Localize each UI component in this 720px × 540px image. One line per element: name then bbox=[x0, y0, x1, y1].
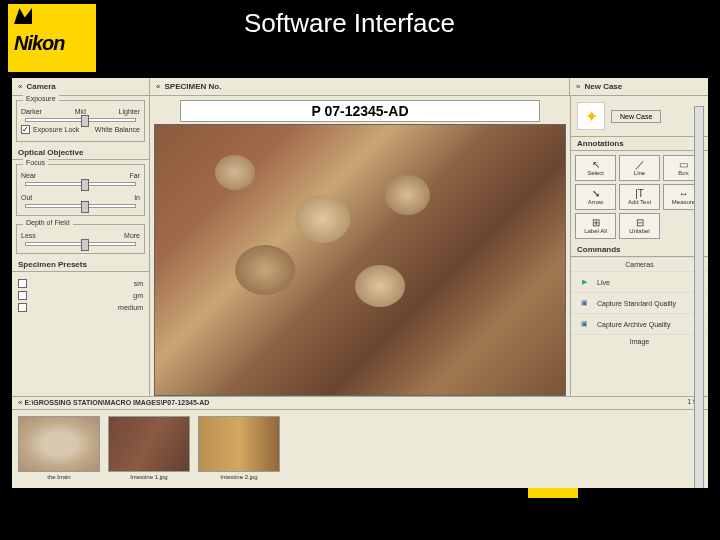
thumbnail-label: the brain bbox=[47, 474, 70, 480]
thumbnail-image bbox=[108, 416, 190, 472]
specimen-image-region bbox=[295, 195, 350, 243]
unlabel-tool-label: Unlabel bbox=[629, 228, 649, 234]
capture-archive-label: Capture Archive Quality bbox=[597, 321, 671, 328]
select-tool-label: Select bbox=[587, 170, 604, 176]
left-panel: Exposure Darker Mid Lighter Exposure Loc… bbox=[12, 96, 150, 396]
commands-header: Commands bbox=[571, 243, 708, 257]
labelall-tool[interactable]: ⊞Label All bbox=[575, 213, 616, 239]
optical-objective-header: Optical Objective bbox=[12, 146, 149, 160]
chevron-icon[interactable]: « bbox=[18, 398, 22, 407]
text-icon: |T bbox=[635, 189, 644, 199]
newcase-panel-label: New Case bbox=[584, 82, 622, 91]
dof-more-label: More bbox=[124, 232, 140, 239]
capture-std-label: Capture Standard Quality bbox=[597, 300, 676, 307]
cursor-icon: ↖ bbox=[592, 160, 600, 170]
zoom-in-label: In bbox=[134, 194, 140, 201]
preset-medium-label: medium bbox=[118, 304, 143, 311]
image-viewer[interactable] bbox=[154, 124, 566, 396]
select-tool[interactable]: ↖Select bbox=[575, 155, 616, 181]
vertical-scrollbar[interactable] bbox=[694, 106, 704, 494]
line-tool-label: Line bbox=[634, 170, 645, 176]
dof-less-label: Less bbox=[21, 232, 36, 239]
specimen-number-field[interactable]: P 07-12345-AD bbox=[180, 100, 540, 122]
thumbnail-image bbox=[18, 416, 100, 472]
folder-path: E:\GROSSING STATION\MACRO IMAGES\P07-123… bbox=[24, 399, 209, 406]
slide-footer bbox=[12, 488, 708, 498]
arrow-icon: ➘ bbox=[592, 189, 600, 199]
preset-gm-label: gm bbox=[133, 292, 143, 299]
nikon-logo: Nikon bbox=[8, 4, 96, 72]
arrow-tool[interactable]: ➘Arrow bbox=[575, 184, 616, 210]
live-label: Live bbox=[597, 279, 610, 286]
logo-brand-text: Nikon bbox=[14, 32, 65, 55]
new-case-button[interactable]: New Case bbox=[611, 110, 661, 123]
thumbnail-item[interactable]: Intestine 1.jpg bbox=[108, 416, 190, 482]
addtext-tool-label: Add Text bbox=[628, 199, 651, 205]
camera-panel-label: Camera bbox=[26, 82, 55, 91]
ruler-icon: ↔ bbox=[679, 189, 689, 199]
exposure-lock-label: Exposure Lock bbox=[33, 126, 79, 133]
camera-icon: ▣ bbox=[577, 317, 591, 331]
specimen-image-region bbox=[235, 245, 295, 295]
focus-group-label: Focus bbox=[23, 159, 48, 166]
capture-standard-button[interactable]: ▣Capture Standard Quality bbox=[571, 292, 708, 313]
zoom-slider[interactable] bbox=[25, 204, 136, 208]
zoom-out-label: Out bbox=[21, 194, 32, 201]
label-icon: ⊞ bbox=[592, 218, 600, 228]
exposure-group-label: Exposure bbox=[23, 95, 59, 102]
play-icon: ▶ bbox=[577, 275, 591, 289]
focus-slider[interactable] bbox=[25, 182, 136, 186]
image-label: Image bbox=[630, 338, 649, 345]
camera-icon: ▣ bbox=[577, 296, 591, 310]
slide-title: Software Interface bbox=[244, 8, 455, 39]
new-case-star-icon: ✦ bbox=[577, 102, 605, 130]
unlabel-tool[interactable]: ⊟Unlabel bbox=[619, 213, 660, 239]
thumbnail-item[interactable]: the brain bbox=[18, 416, 100, 482]
preset-gm-checkbox[interactable] bbox=[18, 291, 27, 300]
specimen-panel-label: SPECIMEN No. bbox=[164, 82, 221, 91]
measure-tool-label: Measure bbox=[672, 199, 695, 205]
exposure-lock-checkbox[interactable] bbox=[21, 125, 30, 134]
thumbnail-item[interactable]: Intestine 2.jpg bbox=[198, 416, 280, 482]
cameras-label: Cameras bbox=[625, 261, 653, 268]
right-panel: ✦ New Case Annotations ↖Select ／Line ▭Bo… bbox=[570, 96, 708, 396]
line-icon: ／ bbox=[635, 160, 645, 170]
preset-medium-checkbox[interactable] bbox=[18, 303, 27, 312]
specimen-image-region bbox=[355, 265, 405, 307]
box-icon: ▭ bbox=[679, 160, 688, 170]
exposure-slider[interactable] bbox=[25, 118, 136, 122]
thumbnail-strip: the brain Intestine 1.jpg Intestine 2.jp… bbox=[12, 410, 708, 488]
logo-mark-icon bbox=[14, 8, 32, 24]
unlabel-icon: ⊟ bbox=[636, 218, 644, 228]
center-panel: P 07-12345-AD bbox=[150, 96, 570, 396]
chevron-left-icon[interactable]: « bbox=[156, 82, 160, 91]
specimen-image-region bbox=[385, 175, 430, 215]
preset-sm-label: sm bbox=[134, 280, 143, 287]
specimen-presets-header: Specimen Presets bbox=[12, 258, 149, 272]
line-tool[interactable]: ／Line bbox=[619, 155, 660, 181]
preset-sm-checkbox[interactable] bbox=[18, 279, 27, 288]
live-button[interactable]: ▶Live bbox=[571, 271, 708, 292]
exposure-mid-label: Mid bbox=[75, 108, 86, 115]
chevron-left-icon[interactable]: « bbox=[18, 82, 22, 91]
focus-near-label: Near bbox=[21, 172, 36, 179]
box-tool-label: Box bbox=[678, 170, 688, 176]
focus-far-label: Far bbox=[130, 172, 141, 179]
dof-group-label: Depth of Field bbox=[23, 219, 73, 226]
thumbnail-label: Intestine 1.jpg bbox=[130, 474, 167, 480]
annotations-header: Annotations bbox=[571, 137, 708, 151]
white-balance-button[interactable]: White Balance bbox=[95, 126, 140, 133]
app-window: « Camera « SPECIMEN No. » New Case Expos… bbox=[12, 78, 708, 498]
labelall-tool-label: Label All bbox=[584, 228, 607, 234]
addtext-tool[interactable]: |TAdd Text bbox=[619, 184, 660, 210]
capture-archive-button[interactable]: ▣Capture Archive Quality bbox=[571, 313, 708, 334]
exposure-darker-label: Darker bbox=[21, 108, 42, 115]
arrow-tool-label: Arrow bbox=[588, 199, 604, 205]
specimen-image-region bbox=[215, 155, 255, 190]
thumbnail-label: Intestine 2.jpg bbox=[220, 474, 257, 480]
slide-footer-accent bbox=[528, 488, 578, 498]
thumbnail-image bbox=[198, 416, 280, 472]
chevron-right-icon[interactable]: » bbox=[576, 82, 580, 91]
exposure-lighter-label: Lighter bbox=[119, 108, 140, 115]
dof-slider[interactable] bbox=[25, 242, 136, 246]
